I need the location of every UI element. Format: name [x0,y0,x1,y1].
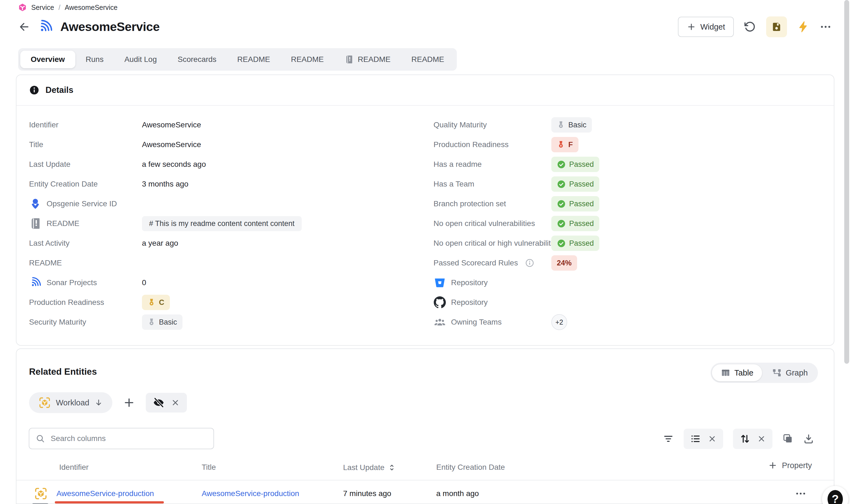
view-graph-button[interactable]: Graph [763,364,817,381]
save-layout-button[interactable] [766,16,787,37]
percentage-chip: 24% [551,255,577,271]
close-icon[interactable] [708,434,716,443]
group-by-chip[interactable] [684,429,723,449]
breadcrumb-current: AwesomeService [65,3,118,12]
detail-label-text: Has a readme [433,160,482,169]
check-icon [557,180,566,189]
detail-label: Owning Teams [433,316,551,328]
tab-label: README [237,55,270,64]
detail-label-text: README [29,258,62,267]
more-options-button[interactable] [819,20,832,33]
detail-label: Production Readiness [433,140,551,149]
details-title: Details [46,85,73,95]
detail-label-text: Entity Creation Date [29,180,98,188]
reset-layout-button[interactable] [744,20,756,33]
entity-filters: Workload [29,392,187,413]
breadcrumb: Service / AwesomeService [18,3,118,12]
row-identifier-link[interactable]: AwesomeService-production [56,489,154,498]
add-property-button[interactable]: Property [768,461,812,470]
detail-value: a year ago [142,239,178,248]
detail-label-text: Quality Maturity [433,121,487,129]
detail-label-text: No open critical vulnerabilities [433,219,535,228]
tab-readme[interactable]: README [281,51,334,68]
detail-row: README [29,253,415,273]
detail-label: Last Update [29,160,142,169]
view-table-button[interactable]: Table [712,364,762,381]
column-header-last-update[interactable]: Last Update [343,463,396,472]
detail-value: 0 [142,278,146,287]
vertical-scrollbar-thumb[interactable] [844,0,849,364]
breadcrumb-service-link[interactable]: Service [31,3,54,12]
detail-label-text: Last Update [29,160,70,169]
detail-label-text: Opsgenie Service ID [47,199,117,208]
owning-teams-badge[interactable]: +2 [551,314,567,330]
column-header-identifier[interactable]: Identifier [59,463,89,472]
tab-label: README [411,55,444,64]
passed-status-label: Passed [569,160,594,169]
tab-readme[interactable]: README [401,51,455,68]
column-header-entity-creation-date[interactable]: Entity Creation Date [436,463,505,472]
entity-type-filter-workload[interactable]: Workload [29,392,112,413]
detail-label: Branch protection set [433,199,551,208]
medal-gray-icon [557,121,565,129]
opsgenie-icon [29,198,42,210]
detail-label-text: Branch protection set [433,199,506,208]
team-icon [433,316,446,328]
detail-label-text: No open critical or high vulnerabilities [433,239,551,248]
grade-chip: Basic [142,314,182,330]
detail-label-text: Title [29,140,43,149]
tab-readme[interactable]: README [227,51,281,68]
row-menu-button[interactable] [794,488,808,500]
row-last-update: 7 minutes ago [343,486,391,501]
tab-bar: OverviewRunsAudit LogScorecardsREADMEREA… [18,48,457,71]
detail-label-text: README [47,219,79,228]
actions-bolt-button[interactable] [797,20,810,33]
add-widget-button[interactable]: Widget [678,17,734,37]
tab-label: Audit Log [124,55,157,64]
back-button[interactable] [18,21,30,33]
arrow-down-icon [94,398,103,407]
close-icon[interactable] [757,434,766,443]
hidden-entities-chip[interactable] [146,393,187,413]
annotation-underline [55,501,164,503]
download-icon[interactable] [803,433,814,444]
sonar-icon [29,276,42,289]
detail-value: AwesomeService [142,140,201,149]
passed-status-label: Passed [569,180,594,188]
filter-icon[interactable] [663,433,674,444]
sort-chip[interactable] [733,429,773,449]
grade-chip-label: F [568,141,573,149]
tab-scorecards[interactable]: Scorecards [167,51,227,68]
detail-label-text: Security Maturity [29,318,86,326]
detail-label-text: Passed Scorecard Rules [433,258,518,267]
tab-audit-log[interactable]: Audit Log [114,51,167,68]
view-table-label: Table [734,368,753,377]
grade-chip: F [551,137,579,152]
detail-row: IdentifierAwesomeService [29,115,415,135]
passed-status-chip: Passed [551,157,599,172]
book-icon [29,217,42,230]
add-related-entity-button[interactable] [123,396,135,409]
tab-runs[interactable]: Runs [75,51,114,68]
detail-label-text: Last Activity [29,239,70,248]
tab-label: README [291,55,324,64]
column-sort-icon[interactable] [387,463,396,472]
detail-label-text: Production Readiness [433,140,509,149]
copy-icon[interactable] [782,433,793,444]
detail-label-text: Identifier [29,121,58,129]
detail-row: README# This is my readme content conten… [29,214,415,233]
breadcrumb-separator: / [58,3,60,12]
tab-readme[interactable]: README [334,51,401,68]
plus-icon [768,461,777,470]
detail-label: Identifier [29,121,142,129]
row-entity-icon [34,486,48,501]
detail-label: Passed Scorecard Rules [433,258,551,268]
close-icon[interactable] [171,398,180,407]
row-title-link[interactable]: AwesomeService-production [202,489,299,498]
column-header-title[interactable]: Title [202,463,216,472]
search-columns-input[interactable] [50,434,208,443]
tab-overview[interactable]: Overview [20,51,75,68]
tab-label: Overview [31,55,65,64]
list-icon [690,433,701,444]
grade-chip-label: Basic [568,121,586,129]
